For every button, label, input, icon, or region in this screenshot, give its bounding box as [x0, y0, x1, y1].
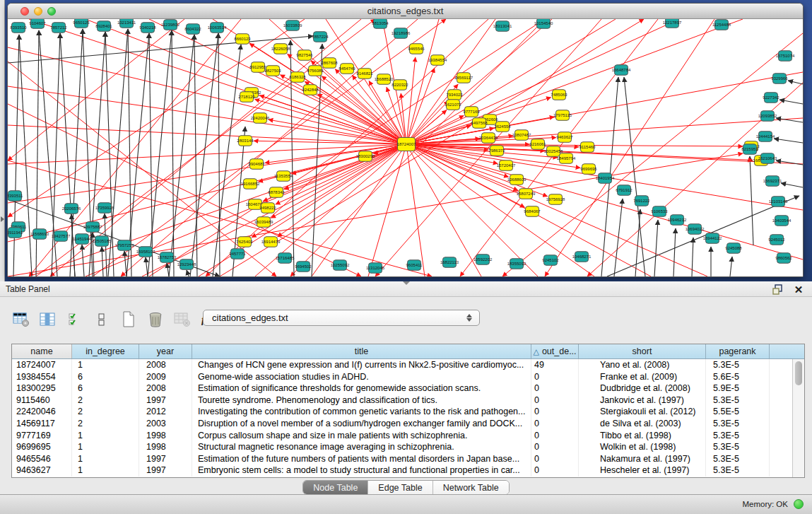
- network-canvas[interactable]: 1872400718300295866012389129551822605898…: [8, 19, 803, 276]
- table-chooser-dropdown[interactable]: citations_edges.txt: [203, 310, 480, 326]
- graph-node[interactable]: 11451944: [73, 234, 92, 245]
- graph-node[interactable]: 9650125: [73, 19, 90, 28]
- graph-node[interactable]: 9756085: [307, 66, 324, 76]
- tab-node-table[interactable]: Node Table: [303, 481, 368, 494]
- graph-node[interactable]: 15751074: [776, 51, 795, 62]
- west-panel-divider[interactable]: [0, 0, 5, 281]
- table-row[interactable]: 1456911722003Disruption of a novel membe…: [12, 418, 792, 430]
- graph-node[interactable]: 7485063: [551, 90, 567, 100]
- graph-node[interactable]: 8878342: [268, 187, 285, 198]
- graph-node[interactable]: 19218986: [392, 28, 411, 39]
- graph-node[interactable]: 7934023: [446, 90, 463, 100]
- tab-network-table[interactable]: Network Table: [433, 481, 509, 494]
- graph-node[interactable]: 16033809: [283, 21, 302, 31]
- graph-node[interactable]: 10213411: [117, 19, 136, 28]
- graph-node[interactable]: 9827503: [264, 66, 281, 76]
- graph-node[interactable]: 8813054: [372, 19, 389, 28]
- graph-node[interactable]: 18724007: [397, 138, 416, 151]
- graph-node[interactable]: 9104607: [29, 19, 46, 28]
- graph-node[interactable]: 11568693: [30, 229, 49, 240]
- graph-node[interactable]: 7691222: [633, 196, 650, 206]
- column-header-pagerank[interactable]: pagerank: [706, 344, 770, 358]
- table-row[interactable]: 1830029562008Estimation of significance …: [12, 382, 792, 395]
- graph-node[interactable]: 8660123: [234, 34, 251, 45]
- graph-node[interactable]: 18355092: [507, 259, 526, 269]
- scrollbar-thumb[interactable]: [795, 361, 802, 385]
- close-panel-icon[interactable]: ✕: [792, 283, 805, 296]
- graph-node[interactable]: 10063514: [208, 23, 227, 33]
- graph-node[interactable]: 11312045: [366, 263, 385, 274]
- column-header-out-de-[interactable]: △out_de...: [531, 344, 579, 358]
- graph-node[interactable]: 20364436: [479, 133, 498, 144]
- graph-node[interactable]: 10154540: [534, 19, 553, 28]
- graph-node[interactable]: 7986372: [488, 146, 505, 156]
- graph-node[interactable]: 8928401: [95, 21, 112, 32]
- table-row[interactable]: 2242004622012Investigating the contribut…: [12, 406, 792, 418]
- graph-node[interactable]: 16944122: [703, 233, 722, 244]
- graph-node[interactable]: 9245088: [725, 243, 742, 254]
- citation-graph[interactable]: 1872400718300295866012389129551822605898…: [8, 19, 803, 276]
- vertical-scrollbar[interactable]: [792, 359, 804, 477]
- graph-node[interactable]: 18313041: [493, 21, 512, 32]
- delete-table-icon[interactable]: [172, 308, 192, 331]
- graph-node[interactable]: 9605411: [406, 260, 423, 271]
- table-row[interactable]: 911546021997Tourette syndrome. Phenomeno…: [12, 395, 792, 407]
- column-header-short[interactable]: short: [579, 344, 706, 358]
- graph-node[interactable]: 12093852: [758, 111, 777, 122]
- graph-node[interactable]: 10946212: [668, 215, 687, 226]
- graph-node[interactable]: 9457771: [229, 249, 246, 259]
- table-row[interactable]: 977716911998Corpus callosum shape and si…: [12, 430, 792, 442]
- table-row[interactable]: 1872400712008Changes of HCN gene express…: [12, 359, 792, 371]
- graph-node[interactable]: 9904687: [248, 159, 265, 170]
- graph-node[interactable]: 10694022: [686, 224, 705, 235]
- graph-node[interactable]: 12923448: [177, 259, 196, 270]
- network-view-window[interactable]: citations_edges.txt 18724007183002958660…: [7, 3, 804, 277]
- delete-column-icon[interactable]: [146, 308, 165, 331]
- graph-node[interactable]: 10688609: [507, 175, 526, 185]
- graph-node[interactable]: 18495794: [557, 153, 576, 164]
- tab-edge-table[interactable]: Edge Table: [368, 481, 433, 494]
- graph-node[interactable]: 19384554: [428, 55, 447, 66]
- graph-node[interactable]: 9329966: [771, 74, 788, 84]
- graph-node[interactable]: 9245012: [768, 235, 785, 245]
- table-row[interactable]: 1938455462009Genome-wide association stu…: [12, 371, 792, 383]
- graph-node[interactable]: 11254488: [712, 20, 731, 30]
- graph-node[interactable]: 12103145: [769, 197, 788, 207]
- column-header-year[interactable]: year: [139, 344, 192, 358]
- graph-node[interactable]: 16648784: [612, 65, 631, 76]
- graph-node[interactable]: 19756928: [546, 194, 565, 205]
- graph-node[interactable]: 9245102: [542, 255, 559, 266]
- column-header-title[interactable]: title: [192, 344, 531, 358]
- graph-node[interactable]: 9106533: [651, 206, 668, 217]
- graph-node[interactable]: 9860562: [775, 253, 792, 264]
- graph-node[interactable]: 6216061: [529, 139, 546, 150]
- graph-node[interactable]: 15807249: [517, 189, 536, 199]
- graph-node[interactable]: 15692371: [763, 176, 782, 187]
- graph-node[interactable]: 13427577: [52, 231, 71, 242]
- graph-node[interactable]: 10468271: [572, 252, 592, 262]
- column-header-in-degree[interactable]: in_degree: [72, 344, 139, 358]
- graph-node[interactable]: 9340218: [139, 23, 156, 33]
- graph-node[interactable]: 7625402: [236, 237, 253, 247]
- graph-node[interactable]: 12505185: [93, 236, 112, 247]
- graph-node[interactable]: 3624554: [494, 122, 511, 132]
- graph-node[interactable]: 9498222: [259, 203, 276, 214]
- graph-node[interactable]: 11239802: [161, 20, 180, 30]
- graph-node[interactable]: 10255092: [331, 260, 350, 271]
- graph-node[interactable]: 9242848: [302, 85, 319, 95]
- table-row[interactable]: 946554611997Estimation of the future num…: [12, 453, 792, 465]
- graph-node[interactable]: 10975887: [83, 222, 102, 233]
- graph-node[interactable]: 15716485: [276, 253, 295, 264]
- graph-node[interactable]: 8393510: [10, 23, 27, 33]
- graph-node[interactable]: 16914479: [261, 237, 281, 247]
- graph-node[interactable]: 8454749: [339, 64, 355, 74]
- column-header-name[interactable]: name: [12, 344, 72, 358]
- graph-node[interactable]: 9227342: [763, 93, 779, 103]
- graph-node[interactable]: 8215953: [741, 144, 758, 155]
- graph-node[interactable]: 11353554: [274, 171, 293, 182]
- graph-node[interactable]: 16210643: [758, 153, 777, 164]
- graph-node[interactable]: 16039489: [254, 217, 273, 228]
- graph-node[interactable]: 7857212: [50, 23, 67, 33]
- create-column-icon[interactable]: [119, 308, 139, 331]
- graph-node[interactable]: 20206576: [62, 204, 81, 214]
